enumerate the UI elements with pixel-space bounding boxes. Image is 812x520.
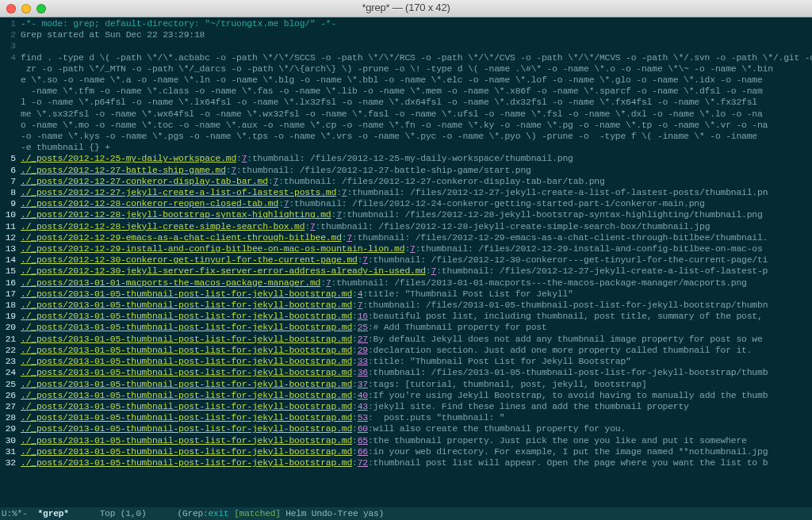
modeline-position: Top (1,0) (Grep [69, 507, 203, 520]
match-linenum[interactable]: 60 [358, 424, 368, 434]
grep-hit[interactable]: ./_posts/2013-01-05-thumbnail-post-list-… [21, 289, 812, 300]
match-linenum[interactable]: 36 [358, 368, 368, 377]
match-filename[interactable]: ./_posts/2013-01-05-thumbnail-post-list-… [21, 413, 352, 422]
line-number: 16 [6, 278, 16, 288]
line-number: 1 [10, 19, 16, 29]
grep-hit[interactable]: ./_posts/2012-12-27-conkeror-display-tab… [21, 176, 812, 187]
grep-hit[interactable]: ./_posts/2012-12-27-battle-ship-game.md:… [21, 165, 812, 176]
match-filename[interactable]: ./_posts/2013-01-05-thumbnail-post-list-… [21, 424, 352, 434]
match-filename[interactable]: ./_posts/2012-12-27-conkeror-display-tab… [21, 177, 268, 186]
match-filename[interactable]: ./_posts/2013-01-05-thumbnail-post-list-… [21, 346, 352, 355]
match-filename[interactable]: ./_posts/2012-12-29-emacs-as-a-chat-clie… [21, 233, 342, 243]
line-number: 20 [6, 323, 16, 332]
match-filename[interactable]: ./_posts/2013-01-05-thumbnail-post-list-… [21, 436, 352, 445]
grep-hit[interactable]: ./_posts/2013-01-05-thumbnail-post-list-… [21, 412, 812, 423]
grep-hit[interactable]: ./_posts/2013-01-05-thumbnail-post-list-… [21, 446, 812, 457]
grep-hit[interactable]: ./_posts/2012-12-28-jekyll-bootstrap-syn… [21, 209, 812, 220]
text-line: l -o -name \*.p64fsl -o -name \*.lx64fsl… [21, 97, 812, 108]
grep-hit[interactable]: ./_posts/2013-01-01-macports-the-macos-p… [21, 277, 812, 289]
match-linenum[interactable]: 16 [358, 312, 368, 321]
match-filename[interactable]: ./_posts/2012-12-28-conkeror-reopen-clos… [21, 199, 278, 208]
grep-hit[interactable]: ./_posts/2012-12-30-conkeror-get-tinyurl… [21, 254, 812, 266]
text-line: -o -name \*.kys -o -name \*.pgs -o -name… [21, 131, 812, 142]
match-filename[interactable]: ./_posts/2012-12-28-jekyll-create-simple… [21, 222, 304, 231]
line-number: 22 [6, 346, 16, 355]
line-number: 31 [6, 447, 16, 457]
buffer-content[interactable]: 1-*- mode: grep; default-directory: "~/t… [0, 17, 812, 507]
text-line: e \*.so -o -name \*.a -o -name \*.ln -o … [21, 75, 812, 86]
match-filename[interactable]: ./_posts/2013-01-05-thumbnail-post-list-… [21, 300, 352, 310]
match-filename[interactable]: ./_posts/2012-12-30-jekyll-server-fix-se… [21, 266, 426, 276]
line-number: 32 [6, 458, 16, 468]
grep-hit[interactable]: ./_posts/2013-01-05-thumbnail-post-list-… [21, 334, 812, 345]
titlebar: *grep* — (170 x 42) [0, 0, 812, 17]
grep-hit[interactable]: ./_posts/2013-01-05-thumbnail-post-list-… [21, 423, 812, 434]
grep-hit[interactable]: ./_posts/2012-12-28-jekyll-create-simple… [21, 221, 812, 232]
text-line: me \*.sx32fsl -o -name \*.wx64fsl -o -na… [21, 109, 812, 120]
match-filename[interactable]: ./_posts/2012-12-28-jekyll-bootstrap-syn… [21, 210, 331, 220]
match-linenum[interactable]: 72 [358, 458, 368, 468]
match-filename[interactable]: ./_posts/2013-01-05-thumbnail-post-list-… [21, 335, 352, 344]
grep-hit[interactable]: ./_posts/2013-01-05-thumbnail-post-list-… [21, 379, 812, 390]
match-filename[interactable]: ./_posts/2012-12-27-jekyll-create-a-list… [21, 188, 336, 197]
match-filename[interactable]: ./_posts/2012-12-30-conkeror-get-tinyurl… [21, 255, 358, 265]
match-linenum[interactable]: 40 [358, 391, 368, 400]
grep-hit[interactable]: ./_posts/2013-01-05-thumbnail-post-list-… [21, 390, 812, 401]
match-linenum[interactable]: 7 [410, 244, 416, 254]
match-filename[interactable]: ./_posts/2013-01-05-thumbnail-post-list-… [21, 368, 352, 377]
line-number: 19 [6, 312, 16, 321]
match-linenum[interactable]: 7 [336, 210, 342, 220]
grep-hit[interactable]: ./_posts/2013-01-05-thumbnail-post-list-… [21, 300, 812, 311]
match-filename[interactable]: ./_posts/2012-12-27-battle-ship-game.md [21, 166, 226, 175]
grep-hit[interactable]: ./_posts/2012-12-28-conkeror-reopen-clos… [21, 198, 812, 209]
text-line [21, 40, 812, 52]
match-filename[interactable]: ./_posts/2012-12-29-install-and-config-b… [21, 244, 404, 254]
grep-hit[interactable]: ./_posts/2013-01-05-thumbnail-post-list-… [21, 401, 812, 412]
match-linenum[interactable]: 37 [358, 380, 368, 389]
match-filename[interactable]: ./_posts/2013-01-05-thumbnail-post-list-… [21, 380, 352, 389]
match-filename[interactable]: ./_posts/2013-01-05-thumbnail-post-list-… [21, 289, 352, 299]
line-number: 4 [10, 53, 16, 63]
grep-hit[interactable]: ./_posts/2013-01-05-thumbnail-post-list-… [21, 345, 812, 356]
line-number: 15 [6, 266, 16, 276]
match-filename[interactable]: ./_posts/2013-01-05-thumbnail-post-list-… [21, 391, 352, 400]
match-filename[interactable]: ./_posts/2013-01-05-thumbnail-post-list-… [21, 447, 352, 457]
line-number: 9 [10, 199, 16, 208]
match-filename[interactable]: ./_posts/2013-01-01-macports-the-macos-p… [21, 278, 320, 288]
grep-hit[interactable]: ./_posts/2013-01-05-thumbnail-post-list-… [21, 457, 812, 468]
match-linenum[interactable]: 65 [358, 436, 368, 445]
match-linenum[interactable]: 53 [358, 413, 368, 422]
grep-hit[interactable]: ./_posts/2012-12-29-install-and-config-b… [21, 243, 812, 254]
match-linenum[interactable]: 7 [362, 255, 368, 265]
grep-hit[interactable]: ./_posts/2013-01-05-thumbnail-post-list-… [21, 311, 812, 322]
match-linenum[interactable]: 66 [358, 447, 368, 457]
text-line: -*- mode: grep; default-directory: "~/tr… [21, 18, 812, 29]
match-linenum[interactable]: 25 [358, 323, 368, 332]
line-number: 29 [6, 424, 16, 434]
modeline-mode: :exit [203, 507, 234, 520]
match-linenum[interactable]: 29 [358, 346, 368, 355]
match-linenum[interactable]: 27 [358, 335, 368, 344]
match-linenum[interactable]: 33 [358, 357, 368, 366]
grep-hit[interactable]: ./_posts/2013-01-05-thumbnail-post-list-… [21, 356, 812, 367]
grep-hit[interactable]: ./_posts/2013-01-05-thumbnail-post-list-… [21, 435, 812, 446]
grep-hit[interactable]: ./_posts/2012-12-30-jekyll-server-fix-se… [21, 266, 812, 277]
match-linenum[interactable]: 43 [358, 402, 368, 411]
match-filename[interactable]: ./_posts/2013-01-05-thumbnail-post-list-… [21, 458, 352, 468]
match-linenum[interactable]: 7 [326, 278, 331, 288]
line-number: 25 [6, 380, 16, 389]
grep-hit[interactable]: ./_posts/2012-12-29-emacs-as-a-chat-clie… [21, 232, 812, 243]
line-number: 21 [6, 335, 16, 344]
match-filename[interactable]: ./_posts/2013-01-05-thumbnail-post-list-… [21, 323, 352, 332]
match-filename[interactable]: ./_posts/2013-01-05-thumbnail-post-list-… [21, 312, 352, 321]
editor[interactable]: 1-*- mode: grep; default-directory: "~/t… [0, 17, 812, 520]
grep-hit[interactable]: ./_posts/2012-12-25-my-daily-workspace.m… [21, 153, 812, 164]
match-filename[interactable]: ./_posts/2013-01-05-thumbnail-post-list-… [21, 402, 352, 411]
grep-hit[interactable]: ./_posts/2013-01-05-thumbnail-post-list-… [21, 367, 812, 378]
grep-hit[interactable]: ./_posts/2012-12-27-jekyll-create-a-list… [21, 187, 812, 198]
grep-hit[interactable]: ./_posts/2013-01-05-thumbnail-post-list-… [21, 322, 812, 333]
match-filename[interactable]: ./_posts/2013-01-05-thumbnail-post-list-… [21, 357, 352, 366]
match-filename[interactable]: ./_posts/2012-12-25-my-daily-workspace.m… [21, 154, 236, 163]
line-number: 30 [6, 436, 16, 445]
match-linenum[interactable]: 7 [310, 222, 316, 231]
